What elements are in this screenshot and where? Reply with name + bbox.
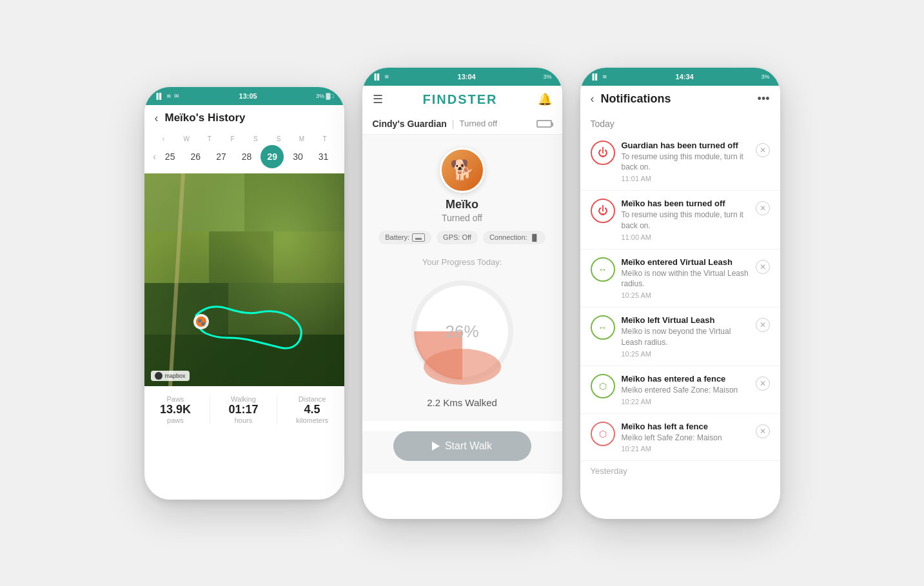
start-walk-button[interactable]: Start Walk (393, 431, 531, 461)
notif-content-0: Guardian has been turned off To resume u… (622, 141, 749, 183)
day-26[interactable]: 26 (184, 145, 207, 168)
notif-title-3: Meïko left Virtual Leash (622, 315, 749, 325)
days-header: ‹ W T F S S M T (152, 135, 337, 142)
history-nav: ‹ Meïko's History (144, 105, 344, 132)
notif-item-2: ↔ Meïko entered Virtual Leash Meïko is n… (580, 249, 780, 308)
battery-2: 3% (543, 73, 551, 80)
notif-desc-1: To resume using this module, turn it bac… (622, 210, 749, 231)
stats-bar: Paws 13.9K paws Walking 01:17 hours Dist… (144, 386, 344, 433)
notif-desc-3: Meïko is now beyond the Virtual Leash ra… (622, 326, 749, 348)
svg-rect-1 (244, 173, 344, 231)
signal-2: ▐▌ ≋ (373, 73, 390, 80)
today-label: Today (580, 112, 780, 133)
svg-rect-4 (273, 231, 344, 283)
pet-state: Turned off (442, 213, 482, 223)
pill-connection-label: Connection: (489, 233, 527, 241)
stat-distance-unit: kilometers (296, 416, 328, 424)
play-icon (432, 442, 440, 451)
notif-item-4: ⬡ Meïko has entered a fence Meïko entere… (580, 366, 780, 414)
notif-content-5: Meïko has left a fence Meïko left Safe Z… (622, 422, 749, 453)
scene: ▐▌ ≋ ✉ 13:05 3% ▓□ ‹ Meïko's History ‹ W… (125, 48, 800, 538)
pill-battery-label: Battery: (385, 233, 409, 241)
notif-dismiss-3[interactable]: ✕ (756, 318, 770, 332)
time-2: 13:04 (458, 73, 476, 81)
bell-icon[interactable]: 🔔 (538, 92, 552, 106)
notif-leash-icon-2: ↔ (598, 264, 607, 275)
notif-item-5: ⬡ Meïko has left a fence Meïko left Safe… (580, 414, 780, 462)
cal-prev-day[interactable]: ‹ (153, 151, 156, 162)
day-header-s2: S (267, 135, 290, 142)
day-27[interactable]: 27 (210, 145, 233, 168)
progress-section: Your Progress Today: 26% 2.2 Kms (362, 251, 562, 421)
back-icon[interactable]: ‹ (155, 112, 159, 125)
stat-paws-unit: paws (160, 416, 191, 424)
stat-distance: Distance 4.5 kilometers (296, 395, 328, 424)
notif-icon-3: ↔ (591, 315, 615, 340)
device-separator: | (452, 119, 455, 129)
pill-battery: Battery: ▬ (378, 231, 431, 244)
notif-leash-icon-3: ↔ (598, 322, 607, 333)
stat-divider-2 (277, 395, 277, 424)
status-bar-1: ▐▌ ≋ ✉ 13:05 3% ▓□ (144, 87, 344, 105)
pet-avatar: 🐕 (440, 148, 485, 193)
stat-walking-label: Walking (228, 395, 258, 403)
notif-dismiss-0[interactable]: ✕ (756, 143, 770, 157)
device-battery-icon (536, 120, 552, 128)
status-bar-2: ▐▌ ≋ 13:04 3% (362, 68, 562, 86)
notif-title-2: Meïko entered Virtual Leash (622, 257, 749, 267)
pill-connection: Connection: ▐▌ (483, 231, 546, 244)
notif-back-icon[interactable]: ‹ (591, 92, 595, 106)
svg-rect-0 (144, 173, 244, 231)
notification-list: ⏻ Guardian has been turned off To resume… (580, 133, 780, 462)
day-25[interactable]: 25 (159, 145, 182, 168)
day-30[interactable]: 30 (286, 145, 310, 168)
notif-title: Notifications (601, 92, 758, 106)
notif-icon-2: ↔ (591, 257, 615, 282)
notif-dismiss-2[interactable]: ✕ (756, 260, 770, 274)
svg-point-13 (424, 349, 501, 385)
mapbox-text: mapbox (165, 373, 186, 379)
notif-desc-2: Meïko is now within the Virtual Leash ra… (622, 268, 749, 290)
notif-title-5: Meïko has left a fence (622, 422, 749, 431)
notif-content-3: Meïko left Virtual Leash Meïko is now be… (622, 315, 749, 358)
findster-logo: FINDSTER (423, 92, 498, 107)
notif-time-4: 10:22 AM (622, 398, 749, 405)
pill-signal-bars: ▐▌ (530, 234, 539, 241)
day-29[interactable]: 29 (260, 145, 284, 168)
stat-distance-label: Distance (296, 395, 328, 403)
notif-content-1: Meïko has been turned off To resume usin… (622, 199, 749, 241)
day-header-s1: S (244, 135, 268, 142)
notif-time-5: 10:21 AM (622, 445, 749, 453)
cal-prev-arrow[interactable]: ‹ (152, 135, 175, 142)
phone-history: ▐▌ ≋ ✉ 13:05 3% ▓□ ‹ Meïko's History ‹ W… (144, 87, 344, 500)
device-status-text: Turned off (460, 119, 498, 128)
mapbox-logo: ⊙ mapbox (151, 371, 190, 381)
notif-title-4: Meïko has entered a fence (622, 374, 749, 384)
menu-icon[interactable]: ☰ (373, 92, 383, 106)
pill-battery-bar: ▬ (412, 233, 425, 242)
notif-dismiss-5[interactable]: ✕ (756, 424, 770, 438)
day-header-t2: T (313, 135, 337, 142)
stat-divider-1 (210, 395, 210, 424)
pet-profile: 🐕 Meïko Turned off Battery: ▬ GPS: Off C… (362, 135, 562, 251)
svg-rect-5 (144, 283, 228, 335)
notif-dismiss-1[interactable]: ✕ (756, 201, 770, 215)
map-fields: 🐾 (144, 173, 344, 386)
notif-power-icon-1: ⏻ (598, 205, 608, 217)
notif-dismiss-4[interactable]: ✕ (756, 376, 770, 391)
pill-gps-label: GPS: Off (443, 233, 471, 241)
notif-content-2: Meïko entered Virtual Leash Meïko is now… (622, 257, 749, 300)
notif-fence-icon-5: ⬡ (599, 429, 607, 439)
more-options-icon[interactable]: ••• (758, 92, 770, 106)
notif-desc-0: To resume using this module, turn it bac… (622, 151, 749, 173)
notif-item-3: ↔ Meïko left Virtual Leash Meïko is now … (580, 308, 780, 366)
yesterday-label: Yesterday (580, 461, 780, 478)
day-31[interactable]: 31 (312, 145, 335, 168)
days-row: ‹ 25 26 27 28 29 30 31 (152, 145, 337, 168)
notif-nav: ‹ Notifications ••• (580, 86, 780, 112)
day-header-t1: T (198, 135, 221, 142)
notif-time-1: 11:00 AM (622, 233, 749, 241)
notif-icon-4: ⬡ (591, 374, 615, 398)
day-28[interactable]: 28 (235, 145, 259, 168)
notif-item-0: ⏻ Guardian has been turned off To resume… (580, 133, 780, 191)
